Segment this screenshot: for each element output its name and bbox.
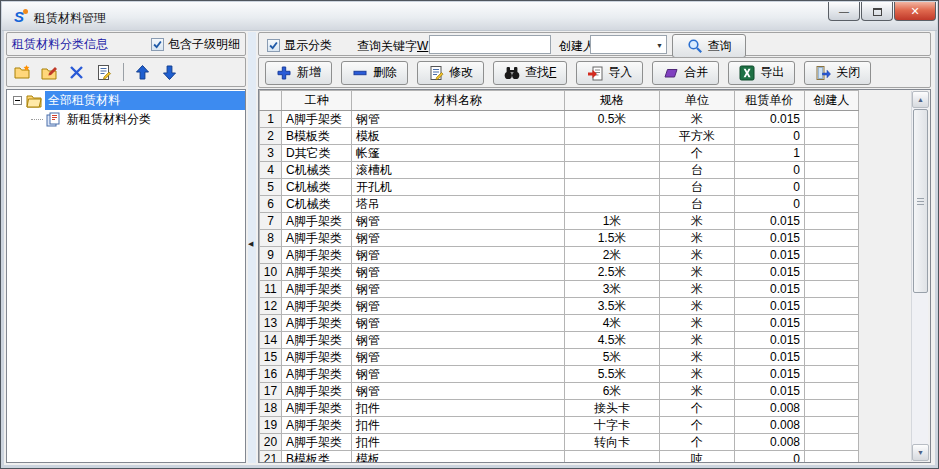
row-number-cell: 5	[260, 179, 282, 196]
table-cell: 4.5米	[565, 332, 660, 349]
table-cell: 钢管	[352, 281, 565, 298]
table-row[interactable]: 3D其它类帐篷个1	[260, 145, 859, 162]
table-cell: 米	[660, 111, 735, 128]
table-cell: 0.015	[735, 111, 805, 128]
move-up-button[interactable]	[133, 62, 153, 82]
table-row[interactable]: 15A脚手架类钢管5米米0.015	[260, 349, 859, 366]
table-row[interactable]: 1A脚手架类钢管0.5米米0.015	[260, 111, 859, 128]
include-children-checkbox[interactable]	[151, 38, 164, 51]
collapse-arrow-icon[interactable]: ◀	[248, 240, 253, 248]
table-row[interactable]: 10A脚手架类钢管2.5米米0.015	[260, 264, 859, 281]
table-row[interactable]: 7A脚手架类钢管1米米0.015	[260, 213, 859, 230]
row-number-cell: 19	[260, 417, 282, 434]
column-header[interactable]: 规格	[565, 91, 660, 111]
find-button[interactable]: 查找F	[493, 61, 567, 85]
table-cell: B模板类	[282, 451, 352, 464]
table-cell: 5米	[565, 349, 660, 366]
tree-node[interactable]: 新租赁材料分类	[7, 111, 245, 128]
table-row[interactable]: 9A脚手架类钢管2米米0.015	[260, 247, 859, 264]
close-window-button[interactable]: ✕	[894, 2, 936, 21]
table-cell: 0.015	[735, 315, 805, 332]
title-bar[interactable]: S 租赁材料管理 — ✕	[2, 2, 937, 31]
keyword-hotkey: W	[417, 39, 428, 53]
table-row[interactable]: 11A脚手架类钢管3米米0.015	[260, 281, 859, 298]
column-header[interactable]: 租赁单价	[735, 91, 805, 111]
edit-category-button[interactable]	[40, 62, 60, 82]
table-row[interactable]: 16A脚手架类钢管5.5米米0.015	[260, 366, 859, 383]
table-row[interactable]: 17A脚手架类钢管6米米0.015	[260, 383, 859, 400]
table-cell	[805, 332, 859, 349]
row-number-cell: 14	[260, 332, 282, 349]
close-button[interactable]: 关闭	[804, 61, 871, 85]
modify-button[interactable]: 修改	[417, 61, 484, 85]
table-cell: 0	[735, 128, 805, 145]
delete-category-button[interactable]	[67, 62, 87, 82]
table-row[interactable]: 19A脚手架类扣件十字卡个0.008	[260, 417, 859, 434]
tree-node[interactable]: 全部租赁材料	[7, 92, 245, 109]
scroll-up-icon[interactable]: ▲	[912, 91, 929, 108]
table-cell	[805, 281, 859, 298]
table-cell: A脚手架类	[282, 366, 352, 383]
keyword-input[interactable]	[429, 35, 551, 54]
scrollbar-thumb[interactable]	[913, 109, 928, 293]
table-row[interactable]: 6C机械类塔吊台0	[260, 196, 859, 213]
include-children-label: 包含子级明细	[168, 36, 240, 53]
show-category-checkbox[interactable]	[267, 39, 280, 52]
table-row[interactable]: 21B模板类模板吨0	[260, 451, 859, 464]
table-cell: 扣件	[352, 400, 565, 417]
table-row[interactable]: 12A脚手架类钢管3.5米米0.015	[260, 298, 859, 315]
table-cell: A脚手架类	[282, 315, 352, 332]
table-row[interactable]: 4C机械类滚槽机台0	[260, 162, 859, 179]
table-cell: 米	[660, 230, 735, 247]
export-button[interactable]: 导出	[728, 61, 795, 85]
table-row[interactable]: 18A脚手架类扣件接头卡个0.008	[260, 400, 859, 417]
button-label: 新增	[297, 64, 321, 81]
scroll-down-icon[interactable]: ▼	[912, 444, 929, 461]
merge-button[interactable]: 合并	[652, 61, 719, 85]
table-row[interactable]: 13A脚手架类钢管4米米0.015	[260, 315, 859, 332]
category-detail-button[interactable]	[94, 62, 114, 82]
delete-button[interactable]: 删除	[341, 61, 408, 85]
table-header-row: 工种材料名称规格单位租赁单价创建人	[260, 91, 859, 111]
table-cell: 钢管	[352, 298, 565, 315]
table-cell	[805, 417, 859, 434]
table-cell	[805, 145, 859, 162]
creator-combobox[interactable]: ▼	[590, 35, 667, 54]
panel-splitter[interactable]: ◀	[248, 32, 256, 463]
table-cell: A脚手架类	[282, 213, 352, 230]
table-cell: 米	[660, 247, 735, 264]
category-tree: 全部租赁材料新租赁材料分类	[6, 89, 246, 463]
minimize-button[interactable]: —	[828, 2, 860, 21]
table-cell: 米	[660, 281, 735, 298]
edit-icon	[428, 65, 444, 81]
arrow-up-icon	[134, 64, 152, 81]
add-button[interactable]: 新增	[265, 61, 332, 85]
table-cell: A脚手架类	[282, 281, 352, 298]
table-row[interactable]: 2B模板类模板平方米0	[260, 128, 859, 145]
table-cell: 个	[660, 434, 735, 451]
minus-icon	[352, 65, 368, 81]
add-category-button[interactable]	[13, 62, 33, 82]
show-category-label: 显示分类	[284, 37, 332, 54]
table-cell: B模板类	[282, 128, 352, 145]
import-button[interactable]: 导入	[576, 61, 643, 85]
table-cell: 钢管	[352, 111, 565, 128]
table-cell: A脚手架类	[282, 349, 352, 366]
column-header[interactable]	[260, 91, 282, 111]
tree-expander-icon[interactable]	[13, 96, 22, 105]
maximize-button[interactable]	[861, 2, 893, 21]
move-down-button[interactable]	[160, 62, 180, 82]
table-row[interactable]: 8A脚手架类钢管1.5米米0.015	[260, 230, 859, 247]
search-button[interactable]: 查询	[672, 34, 746, 58]
table-cell	[805, 315, 859, 332]
table-row[interactable]: 5C机械类开孔机台0	[260, 179, 859, 196]
table-cell: 米	[660, 366, 735, 383]
table-cell: 0.015	[735, 247, 805, 264]
table-row[interactable]: 20A脚手架类扣件转向卡个0.008	[260, 434, 859, 451]
vertical-scrollbar[interactable]: ▲ ▼	[911, 91, 928, 461]
table-row[interactable]: 14A脚手架类钢管4.5米米0.015	[260, 332, 859, 349]
column-header[interactable]: 单位	[660, 91, 735, 111]
column-header[interactable]: 材料名称	[352, 91, 565, 111]
column-header[interactable]: 工种	[282, 91, 352, 111]
column-header[interactable]: 创建人	[805, 91, 859, 111]
